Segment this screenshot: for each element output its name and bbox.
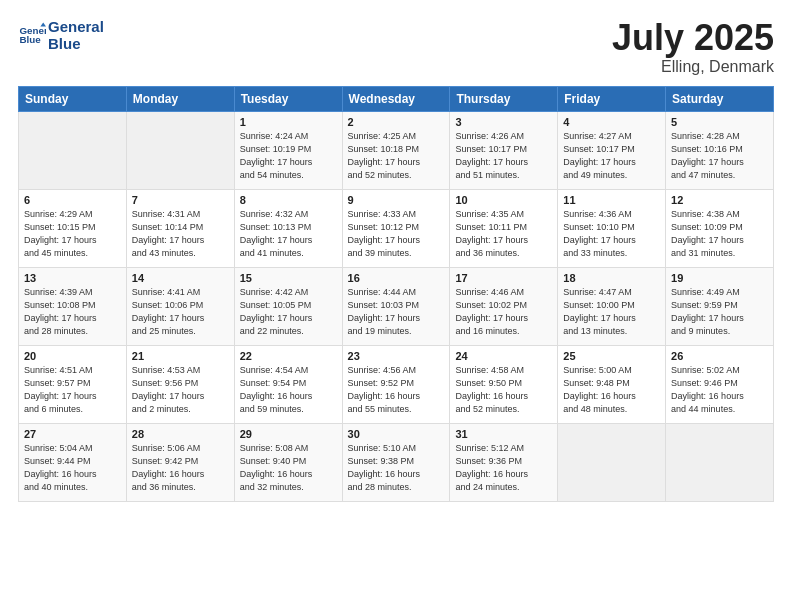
day-number: 3 bbox=[455, 116, 552, 128]
col-header-sunday: Sunday bbox=[19, 86, 127, 111]
col-header-thursday: Thursday bbox=[450, 86, 558, 111]
calendar-cell: 18Sunrise: 4:47 AM Sunset: 10:00 PM Dayl… bbox=[558, 267, 666, 345]
day-number: 23 bbox=[348, 350, 445, 362]
calendar-cell: 31Sunrise: 5:12 AM Sunset: 9:36 PM Dayli… bbox=[450, 423, 558, 501]
day-number: 1 bbox=[240, 116, 337, 128]
title-block: July 2025 Elling, Denmark bbox=[612, 18, 774, 76]
logo: General Blue General Blue bbox=[18, 18, 104, 53]
day-number: 10 bbox=[455, 194, 552, 206]
day-number: 28 bbox=[132, 428, 229, 440]
day-number: 25 bbox=[563, 350, 660, 362]
day-number: 30 bbox=[348, 428, 445, 440]
calendar-week-1: 1Sunrise: 4:24 AM Sunset: 10:19 PM Dayli… bbox=[19, 111, 774, 189]
day-info: Sunrise: 4:44 AM Sunset: 10:03 PM Daylig… bbox=[348, 286, 445, 338]
day-info: Sunrise: 5:04 AM Sunset: 9:44 PM Dayligh… bbox=[24, 442, 121, 494]
day-number: 2 bbox=[348, 116, 445, 128]
day-info: Sunrise: 4:29 AM Sunset: 10:15 PM Daylig… bbox=[24, 208, 121, 260]
day-info: Sunrise: 4:51 AM Sunset: 9:57 PM Dayligh… bbox=[24, 364, 121, 416]
col-header-tuesday: Tuesday bbox=[234, 86, 342, 111]
calendar-cell: 8Sunrise: 4:32 AM Sunset: 10:13 PM Dayli… bbox=[234, 189, 342, 267]
day-number: 11 bbox=[563, 194, 660, 206]
day-info: Sunrise: 4:46 AM Sunset: 10:02 PM Daylig… bbox=[455, 286, 552, 338]
day-info: Sunrise: 4:24 AM Sunset: 10:19 PM Daylig… bbox=[240, 130, 337, 182]
col-header-wednesday: Wednesday bbox=[342, 86, 450, 111]
calendar-cell bbox=[19, 111, 127, 189]
day-info: Sunrise: 4:26 AM Sunset: 10:17 PM Daylig… bbox=[455, 130, 552, 182]
day-info: Sunrise: 5:02 AM Sunset: 9:46 PM Dayligh… bbox=[671, 364, 768, 416]
calendar-cell bbox=[558, 423, 666, 501]
day-info: Sunrise: 4:27 AM Sunset: 10:17 PM Daylig… bbox=[563, 130, 660, 182]
calendar-header-row: SundayMondayTuesdayWednesdayThursdayFrid… bbox=[19, 86, 774, 111]
day-info: Sunrise: 4:39 AM Sunset: 10:08 PM Daylig… bbox=[24, 286, 121, 338]
calendar-cell: 14Sunrise: 4:41 AM Sunset: 10:06 PM Dayl… bbox=[126, 267, 234, 345]
calendar-cell: 13Sunrise: 4:39 AM Sunset: 10:08 PM Dayl… bbox=[19, 267, 127, 345]
calendar-cell: 25Sunrise: 5:00 AM Sunset: 9:48 PM Dayli… bbox=[558, 345, 666, 423]
day-number: 24 bbox=[455, 350, 552, 362]
svg-text:Blue: Blue bbox=[19, 35, 41, 46]
calendar-cell: 29Sunrise: 5:08 AM Sunset: 9:40 PM Dayli… bbox=[234, 423, 342, 501]
day-number: 21 bbox=[132, 350, 229, 362]
calendar-cell bbox=[126, 111, 234, 189]
month-title: July 2025 bbox=[612, 18, 774, 58]
day-number: 8 bbox=[240, 194, 337, 206]
day-number: 15 bbox=[240, 272, 337, 284]
day-number: 9 bbox=[348, 194, 445, 206]
calendar-cell: 6Sunrise: 4:29 AM Sunset: 10:15 PM Dayli… bbox=[19, 189, 127, 267]
day-number: 16 bbox=[348, 272, 445, 284]
day-number: 13 bbox=[24, 272, 121, 284]
calendar-cell: 7Sunrise: 4:31 AM Sunset: 10:14 PM Dayli… bbox=[126, 189, 234, 267]
calendar-week-4: 20Sunrise: 4:51 AM Sunset: 9:57 PM Dayli… bbox=[19, 345, 774, 423]
day-number: 5 bbox=[671, 116, 768, 128]
calendar-cell: 12Sunrise: 4:38 AM Sunset: 10:09 PM Dayl… bbox=[666, 189, 774, 267]
day-number: 22 bbox=[240, 350, 337, 362]
day-info: Sunrise: 4:35 AM Sunset: 10:11 PM Daylig… bbox=[455, 208, 552, 260]
logo-icon: General Blue bbox=[18, 21, 46, 49]
calendar-cell: 30Sunrise: 5:10 AM Sunset: 9:38 PM Dayli… bbox=[342, 423, 450, 501]
day-info: Sunrise: 4:38 AM Sunset: 10:09 PM Daylig… bbox=[671, 208, 768, 260]
day-number: 20 bbox=[24, 350, 121, 362]
day-number: 19 bbox=[671, 272, 768, 284]
calendar-week-3: 13Sunrise: 4:39 AM Sunset: 10:08 PM Dayl… bbox=[19, 267, 774, 345]
calendar-cell: 9Sunrise: 4:33 AM Sunset: 10:12 PM Dayli… bbox=[342, 189, 450, 267]
calendar-cell: 27Sunrise: 5:04 AM Sunset: 9:44 PM Dayli… bbox=[19, 423, 127, 501]
day-info: Sunrise: 4:28 AM Sunset: 10:16 PM Daylig… bbox=[671, 130, 768, 182]
calendar-cell: 16Sunrise: 4:44 AM Sunset: 10:03 PM Dayl… bbox=[342, 267, 450, 345]
col-header-friday: Friday bbox=[558, 86, 666, 111]
day-number: 18 bbox=[563, 272, 660, 284]
day-info: Sunrise: 5:06 AM Sunset: 9:42 PM Dayligh… bbox=[132, 442, 229, 494]
page: General Blue General Blue July 2025 Elli… bbox=[0, 0, 792, 612]
day-info: Sunrise: 4:31 AM Sunset: 10:14 PM Daylig… bbox=[132, 208, 229, 260]
day-info: Sunrise: 4:58 AM Sunset: 9:50 PM Dayligh… bbox=[455, 364, 552, 416]
day-number: 12 bbox=[671, 194, 768, 206]
day-number: 17 bbox=[455, 272, 552, 284]
day-info: Sunrise: 4:32 AM Sunset: 10:13 PM Daylig… bbox=[240, 208, 337, 260]
col-header-saturday: Saturday bbox=[666, 86, 774, 111]
day-info: Sunrise: 4:33 AM Sunset: 10:12 PM Daylig… bbox=[348, 208, 445, 260]
calendar-cell: 1Sunrise: 4:24 AM Sunset: 10:19 PM Dayli… bbox=[234, 111, 342, 189]
day-number: 7 bbox=[132, 194, 229, 206]
day-info: Sunrise: 5:08 AM Sunset: 9:40 PM Dayligh… bbox=[240, 442, 337, 494]
col-header-monday: Monday bbox=[126, 86, 234, 111]
calendar-cell: 24Sunrise: 4:58 AM Sunset: 9:50 PM Dayli… bbox=[450, 345, 558, 423]
day-info: Sunrise: 4:56 AM Sunset: 9:52 PM Dayligh… bbox=[348, 364, 445, 416]
logo-blue: Blue bbox=[48, 35, 104, 52]
day-info: Sunrise: 4:49 AM Sunset: 9:59 PM Dayligh… bbox=[671, 286, 768, 338]
calendar-cell: 22Sunrise: 4:54 AM Sunset: 9:54 PM Dayli… bbox=[234, 345, 342, 423]
calendar-table: SundayMondayTuesdayWednesdayThursdayFrid… bbox=[18, 86, 774, 502]
calendar-cell: 5Sunrise: 4:28 AM Sunset: 10:16 PM Dayli… bbox=[666, 111, 774, 189]
day-info: Sunrise: 4:54 AM Sunset: 9:54 PM Dayligh… bbox=[240, 364, 337, 416]
location-subtitle: Elling, Denmark bbox=[612, 58, 774, 76]
calendar-cell: 19Sunrise: 4:49 AM Sunset: 9:59 PM Dayli… bbox=[666, 267, 774, 345]
calendar-cell: 28Sunrise: 5:06 AM Sunset: 9:42 PM Dayli… bbox=[126, 423, 234, 501]
day-info: Sunrise: 4:25 AM Sunset: 10:18 PM Daylig… bbox=[348, 130, 445, 182]
day-info: Sunrise: 5:10 AM Sunset: 9:38 PM Dayligh… bbox=[348, 442, 445, 494]
day-info: Sunrise: 5:12 AM Sunset: 9:36 PM Dayligh… bbox=[455, 442, 552, 494]
day-number: 26 bbox=[671, 350, 768, 362]
day-info: Sunrise: 5:00 AM Sunset: 9:48 PM Dayligh… bbox=[563, 364, 660, 416]
calendar-cell: 15Sunrise: 4:42 AM Sunset: 10:05 PM Dayl… bbox=[234, 267, 342, 345]
calendar-cell: 11Sunrise: 4:36 AM Sunset: 10:10 PM Dayl… bbox=[558, 189, 666, 267]
calendar-cell: 23Sunrise: 4:56 AM Sunset: 9:52 PM Dayli… bbox=[342, 345, 450, 423]
calendar-cell: 4Sunrise: 4:27 AM Sunset: 10:17 PM Dayli… bbox=[558, 111, 666, 189]
day-number: 31 bbox=[455, 428, 552, 440]
day-number: 14 bbox=[132, 272, 229, 284]
